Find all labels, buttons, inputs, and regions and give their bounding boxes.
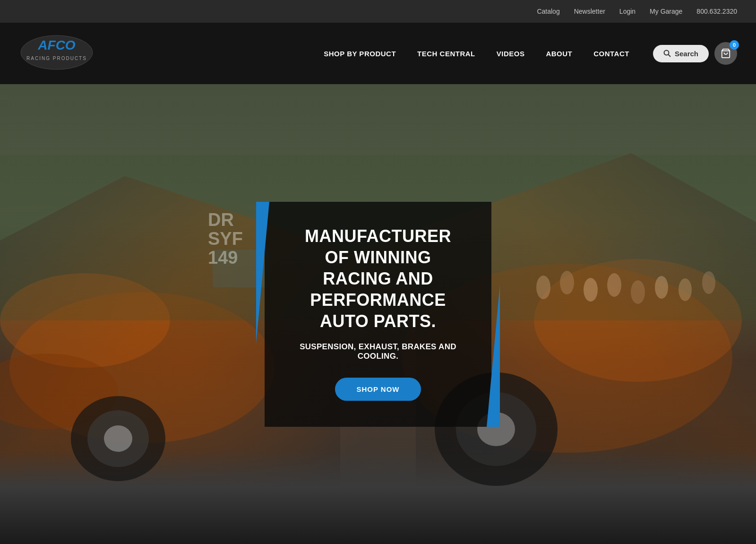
cart-badge: 0 bbox=[730, 40, 739, 50]
search-label: Search bbox=[675, 50, 698, 58]
search-icon bbox=[663, 50, 671, 57]
ground-overlay bbox=[0, 449, 756, 544]
logo: AFCO RACING PRODUCTS bbox=[19, 34, 94, 71]
cart-button[interactable]: 0 bbox=[714, 42, 737, 65]
phone-link[interactable]: 800.632.2320 bbox=[696, 8, 737, 15]
svg-point-3 bbox=[664, 51, 669, 55]
nav-about[interactable]: ABOUT bbox=[546, 50, 572, 58]
shop-now-button[interactable]: SHOP NOW bbox=[335, 378, 421, 401]
nav-shop[interactable]: SHOP BY PRODUCT bbox=[324, 50, 396, 58]
hero-subtitle: SUSPENSION, EXHAUST, BRAKES AND COOLING. bbox=[291, 342, 465, 361]
svg-text:AFCO: AFCO bbox=[37, 38, 76, 52]
hero-section: DR SYF 149 MANUFACTURER OF WINNING RACIN… bbox=[0, 84, 756, 544]
nav-videos[interactable]: VIDEOS bbox=[497, 50, 525, 58]
hero-title: MANUFACTURER OF WINNING RACING AND PERFO… bbox=[291, 225, 465, 332]
my-garage-link[interactable]: My Garage bbox=[650, 8, 682, 15]
logo-wrap[interactable]: AFCO RACING PRODUCTS bbox=[19, 34, 94, 73]
svg-line-4 bbox=[668, 55, 670, 57]
nav-contact[interactable]: CONTACT bbox=[593, 50, 629, 58]
main-nav: AFCO RACING PRODUCTS SHOP BY PRODUCT TEC… bbox=[0, 23, 756, 84]
top-bar: Catalog Newsletter Login My Garage 800.6… bbox=[0, 0, 756, 23]
svg-text:RACING PRODUCTS: RACING PRODUCTS bbox=[26, 56, 87, 61]
newsletter-link[interactable]: Newsletter bbox=[574, 8, 605, 15]
cart-icon bbox=[721, 48, 731, 59]
nav-tech[interactable]: TECH CENTRAL bbox=[417, 50, 475, 58]
nav-links: SHOP BY PRODUCT TECH CENTRAL VIDEOS ABOU… bbox=[324, 50, 629, 58]
search-button[interactable]: Search bbox=[653, 45, 709, 62]
crowd-decoration bbox=[576, 222, 718, 317]
login-link[interactable]: Login bbox=[619, 8, 636, 15]
content-box: MANUFACTURER OF WINNING RACING AND PERFO… bbox=[265, 202, 491, 427]
catalog-link[interactable]: Catalog bbox=[537, 8, 559, 15]
hero-overlay: MANUFACTURER OF WINNING RACING AND PERFO… bbox=[265, 202, 491, 427]
nav-right: Search 0 bbox=[653, 42, 737, 65]
